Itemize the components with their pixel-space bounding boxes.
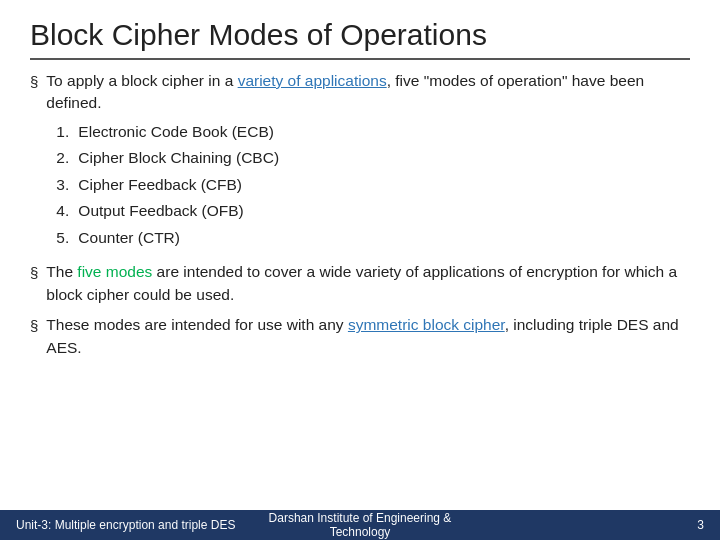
bullet-item-1: § To apply a block cipher in a variety o… xyxy=(30,70,690,253)
bullet-text-2: The five modes are intended to cover a w… xyxy=(46,261,690,306)
bullet-text-3: These modes are intended for use with an… xyxy=(46,314,690,359)
list-num-1: 1. xyxy=(56,121,78,143)
list-item-3: 3. Cipher Feedback (CFB) xyxy=(56,174,690,196)
list-item-2: 2. Cipher Block Chaining (CBC) xyxy=(56,147,690,169)
bullet3-link[interactable]: symmetric block cipher xyxy=(348,316,505,333)
list-text-4: Output Feedback (OFB) xyxy=(78,200,243,222)
bullet-symbol-1: § xyxy=(30,71,38,93)
main-content: Block Cipher Modes of Operations § To ap… xyxy=(0,0,720,510)
list-item-4: 4. Output Feedback (OFB) xyxy=(56,200,690,222)
list-text-5: Counter (CTR) xyxy=(78,227,180,249)
list-item-5: 5. Counter (CTR) xyxy=(56,227,690,249)
footer-right: 3 xyxy=(475,518,704,532)
list-num-3: 3. xyxy=(56,174,78,196)
list-text-1: Electronic Code Book (ECB) xyxy=(78,121,274,143)
bullet1-link[interactable]: variety of applications xyxy=(238,72,387,89)
bullet-item-2: § The five modes are intended to cover a… xyxy=(30,261,690,306)
page-title: Block Cipher Modes of Operations xyxy=(30,18,690,60)
list-text-2: Cipher Block Chaining (CBC) xyxy=(78,147,279,169)
footer: Unit-3: Multiple encryption and triple D… xyxy=(0,510,720,540)
list-item-1: 1. Electronic Code Book (ECB) xyxy=(56,121,690,143)
numbered-list: 1. Electronic Code Book (ECB) 2. Cipher … xyxy=(56,121,690,249)
bullet-text-1: To apply a block cipher in a variety of … xyxy=(46,70,690,253)
bullet1-prefix: To apply a block cipher in a xyxy=(46,72,237,89)
bullet3-prefix: These modes are intended for use with an… xyxy=(46,316,348,333)
list-num-2: 2. xyxy=(56,147,78,169)
bullet-symbol-3: § xyxy=(30,315,38,337)
list-num-4: 4. xyxy=(56,200,78,222)
list-text-3: Cipher Feedback (CFB) xyxy=(78,174,242,196)
bullet-item-3: § These modes are intended for use with … xyxy=(30,314,690,359)
footer-center: Darshan Institute of Engineering & Techn… xyxy=(245,511,474,539)
list-num-5: 5. xyxy=(56,227,78,249)
bullet-symbol-2: § xyxy=(30,262,38,284)
bullet2-prefix: The xyxy=(46,263,77,280)
bullet-section: § To apply a block cipher in a variety o… xyxy=(30,70,690,359)
bullet2-link: five modes xyxy=(77,263,152,280)
footer-left: Unit-3: Multiple encryption and triple D… xyxy=(16,518,245,532)
